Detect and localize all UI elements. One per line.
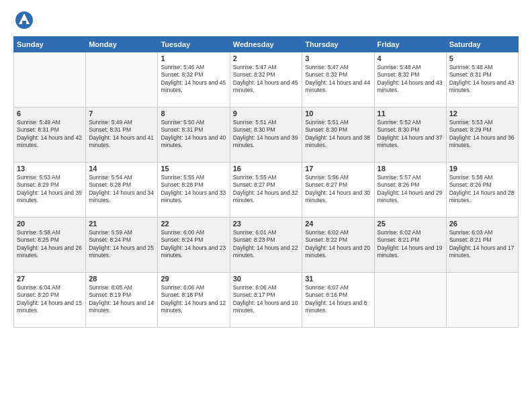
day-info: Sunrise: 5:58 AMSunset: 8:26 PMDaylight:… — [449, 174, 515, 205]
calendar-cell: 2Sunrise: 5:47 AMSunset: 8:32 PMDaylight… — [230, 52, 302, 107]
calendar-cell: 6Sunrise: 5:49 AMSunset: 8:31 PMDaylight… — [14, 107, 86, 163]
calendar-cell: 27Sunrise: 6:04 AMSunset: 8:20 PMDayligh… — [14, 273, 86, 328]
day-number: 5 — [449, 54, 515, 62]
day-info: Sunrise: 5:48 AMSunset: 8:31 PMDaylight:… — [449, 64, 515, 95]
day-number: 20 — [17, 220, 83, 228]
day-number: 1 — [161, 54, 226, 62]
day-number: 6 — [17, 109, 83, 118]
day-number: 12 — [449, 109, 515, 118]
day-number: 18 — [378, 165, 443, 173]
day-number: 10 — [305, 109, 371, 118]
week-row-1: 1Sunrise: 5:46 AMSunset: 8:32 PMDaylight… — [14, 52, 519, 107]
calendar-cell: 21Sunrise: 5:59 AMSunset: 8:24 PMDayligh… — [86, 218, 158, 273]
calendar-cell: 30Sunrise: 6:06 AMSunset: 8:17 PMDayligh… — [230, 273, 302, 328]
calendar: SundayMondayTuesdayWednesdayThursdayFrid… — [13, 36, 519, 328]
day-number: 27 — [17, 275, 83, 283]
day-info: Sunrise: 6:02 AMSunset: 8:21 PMDaylight:… — [378, 229, 443, 260]
day-info: Sunrise: 5:47 AMSunset: 8:32 PMDaylight:… — [305, 64, 371, 95]
day-number: 4 — [378, 54, 443, 62]
day-info: Sunrise: 6:07 AMSunset: 8:16 PMDaylight:… — [305, 284, 371, 315]
calendar-cell — [446, 273, 518, 328]
day-info: Sunrise: 5:49 AMSunset: 8:31 PMDaylight:… — [17, 119, 83, 150]
day-number: 2 — [233, 54, 299, 62]
day-info: Sunrise: 5:52 AMSunset: 8:30 PMDaylight:… — [378, 119, 443, 150]
day-number: 3 — [305, 54, 371, 62]
day-info: Sunrise: 6:05 AMSunset: 8:19 PMDaylight:… — [89, 284, 154, 315]
day-number: 9 — [233, 109, 299, 118]
calendar-cell: 29Sunrise: 6:06 AMSunset: 8:18 PMDayligh… — [158, 273, 230, 328]
day-info: Sunrise: 5:59 AMSunset: 8:24 PMDaylight:… — [89, 229, 154, 260]
calendar-cell — [374, 273, 446, 328]
day-number: 29 — [161, 275, 226, 283]
logo — [13, 11, 39, 30]
calendar-cell: 24Sunrise: 6:02 AMSunset: 8:22 PMDayligh… — [302, 218, 374, 273]
calendar-cell: 11Sunrise: 5:52 AMSunset: 8:30 PMDayligh… — [374, 107, 446, 163]
day-number: 13 — [17, 165, 83, 173]
calendar-cell: 16Sunrise: 5:55 AMSunset: 8:27 PMDayligh… — [230, 163, 302, 218]
calendar-cell — [86, 52, 158, 107]
calendar-cell: 12Sunrise: 5:53 AMSunset: 8:29 PMDayligh… — [446, 107, 518, 163]
day-number: 25 — [378, 220, 443, 228]
week-row-4: 20Sunrise: 5:58 AMSunset: 8:25 PMDayligh… — [14, 218, 519, 273]
day-number: 22 — [161, 220, 226, 228]
day-info: Sunrise: 6:02 AMSunset: 8:22 PMDaylight:… — [305, 229, 371, 260]
weekday-header-friday: Friday — [374, 37, 446, 52]
week-row-5: 27Sunrise: 6:04 AMSunset: 8:20 PMDayligh… — [14, 273, 519, 328]
day-number: 30 — [233, 275, 299, 283]
week-row-3: 13Sunrise: 5:53 AMSunset: 8:29 PMDayligh… — [14, 163, 519, 218]
day-number: 14 — [89, 165, 154, 173]
day-info: Sunrise: 5:50 AMSunset: 8:31 PMDaylight:… — [161, 119, 226, 150]
day-number: 16 — [233, 165, 299, 173]
header — [13, 11, 519, 30]
weekday-header-sunday: Sunday — [14, 37, 86, 52]
day-info: Sunrise: 5:58 AMSunset: 8:25 PMDaylight:… — [17, 229, 83, 260]
calendar-cell: 7Sunrise: 5:49 AMSunset: 8:31 PMDaylight… — [86, 107, 158, 163]
day-info: Sunrise: 5:53 AMSunset: 8:29 PMDaylight:… — [17, 174, 83, 205]
weekday-header-tuesday: Tuesday — [158, 37, 230, 52]
day-number: 31 — [305, 275, 371, 283]
calendar-cell — [14, 52, 86, 107]
day-info: Sunrise: 5:55 AMSunset: 8:27 PMDaylight:… — [233, 174, 299, 205]
day-info: Sunrise: 6:04 AMSunset: 8:20 PMDaylight:… — [17, 284, 83, 315]
calendar-cell: 8Sunrise: 5:50 AMSunset: 8:31 PMDaylight… — [158, 107, 230, 163]
day-info: Sunrise: 6:06 AMSunset: 8:18 PMDaylight:… — [161, 284, 226, 315]
page: SundayMondayTuesdayWednesdayThursdayFrid… — [0, 0, 532, 411]
day-number: 21 — [89, 220, 154, 228]
calendar-cell: 25Sunrise: 6:02 AMSunset: 8:21 PMDayligh… — [374, 218, 446, 273]
day-info: Sunrise: 5:49 AMSunset: 8:31 PMDaylight:… — [89, 119, 154, 150]
day-number: 28 — [89, 275, 154, 283]
weekday-header-row: SundayMondayTuesdayWednesdayThursdayFrid… — [14, 37, 519, 52]
calendar-cell: 19Sunrise: 5:58 AMSunset: 8:26 PMDayligh… — [446, 163, 518, 218]
calendar-cell: 13Sunrise: 5:53 AMSunset: 8:29 PMDayligh… — [14, 163, 86, 218]
day-number: 8 — [161, 109, 226, 118]
weekday-header-monday: Monday — [86, 37, 158, 52]
day-number: 19 — [449, 165, 515, 173]
day-info: Sunrise: 5:56 AMSunset: 8:27 PMDaylight:… — [305, 174, 371, 205]
weekday-header-thursday: Thursday — [302, 37, 374, 52]
day-info: Sunrise: 5:48 AMSunset: 8:32 PMDaylight:… — [378, 64, 443, 95]
day-info: Sunrise: 5:54 AMSunset: 8:28 PMDaylight:… — [89, 174, 154, 205]
weekday-header-saturday: Saturday — [446, 37, 518, 52]
calendar-cell: 15Sunrise: 5:55 AMSunset: 8:28 PMDayligh… — [158, 163, 230, 218]
day-info: Sunrise: 6:06 AMSunset: 8:17 PMDaylight:… — [233, 284, 299, 315]
calendar-cell: 28Sunrise: 6:05 AMSunset: 8:19 PMDayligh… — [86, 273, 158, 328]
calendar-cell: 18Sunrise: 5:57 AMSunset: 8:26 PMDayligh… — [374, 163, 446, 218]
day-info: Sunrise: 5:51 AMSunset: 8:30 PMDaylight:… — [305, 119, 371, 150]
day-number: 15 — [161, 165, 226, 173]
week-row-2: 6Sunrise: 5:49 AMSunset: 8:31 PMDaylight… — [14, 107, 519, 163]
calendar-cell: 4Sunrise: 5:48 AMSunset: 8:32 PMDaylight… — [374, 52, 446, 107]
calendar-cell: 26Sunrise: 6:03 AMSunset: 8:21 PMDayligh… — [446, 218, 518, 273]
day-info: Sunrise: 5:46 AMSunset: 8:32 PMDaylight:… — [161, 64, 226, 95]
day-info: Sunrise: 6:01 AMSunset: 8:23 PMDaylight:… — [233, 229, 299, 260]
calendar-cell: 23Sunrise: 6:01 AMSunset: 8:23 PMDayligh… — [230, 218, 302, 273]
calendar-cell: 22Sunrise: 6:00 AMSunset: 8:24 PMDayligh… — [158, 218, 230, 273]
day-info: Sunrise: 5:47 AMSunset: 8:32 PMDaylight:… — [233, 64, 299, 95]
calendar-cell: 9Sunrise: 5:51 AMSunset: 8:30 PMDaylight… — [230, 107, 302, 163]
weekday-header-wednesday: Wednesday — [230, 37, 302, 52]
svg-rect-2 — [22, 21, 26, 25]
calendar-cell: 3Sunrise: 5:47 AMSunset: 8:32 PMDaylight… — [302, 52, 374, 107]
day-info: Sunrise: 5:57 AMSunset: 8:26 PMDaylight:… — [378, 174, 443, 205]
day-info: Sunrise: 6:00 AMSunset: 8:24 PMDaylight:… — [161, 229, 226, 260]
logo-icon — [15, 11, 34, 30]
calendar-cell: 14Sunrise: 5:54 AMSunset: 8:28 PMDayligh… — [86, 163, 158, 218]
